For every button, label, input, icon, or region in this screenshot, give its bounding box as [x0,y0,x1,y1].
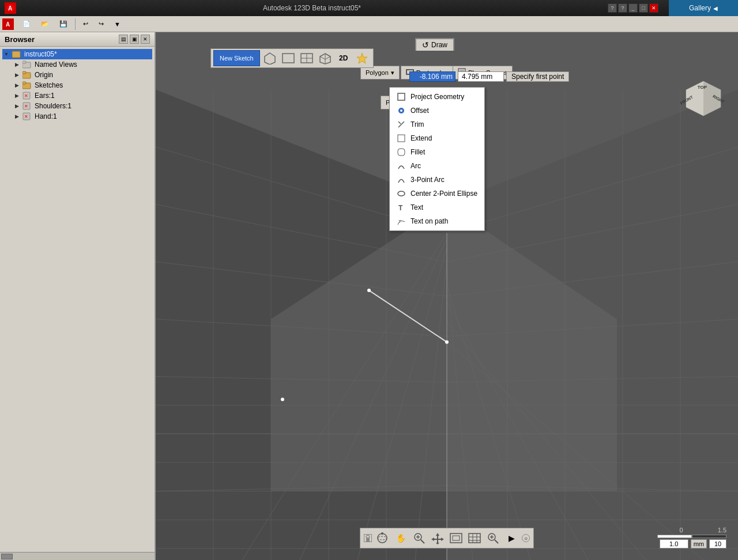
scale-val2: 10 [709,539,726,548]
ears-solid-icon: ✕ [22,92,32,100]
expand-shoulders-icon[interactable]: ▶ [13,102,21,110]
svg-rect-103 [453,536,460,540]
move-button[interactable] [430,530,446,546]
svg-rect-68 [283,54,294,63]
window-restore-button[interactable]: □ [639,3,648,13]
coord-hint: Specify first point [506,71,569,82]
svg-rect-83 [398,149,405,156]
origin-label: Origin [35,71,53,79]
tree-item-shoulders[interactable]: ▶ ✕ Shoulders:1 [2,101,152,111]
expand-sketches-icon[interactable]: ▶ [13,81,21,89]
browser-close-button[interactable]: ✕ [141,35,150,44]
tree-item-ears[interactable]: ▶ ✕ Ears:1 [2,90,152,101]
iso-view-button[interactable] [317,50,334,66]
scrollbar-thumb[interactable] [1,554,13,559]
svg-text:TOP: TOP [698,85,707,90]
offset-label: Offset [411,107,429,115]
main-area: Browser ▤ ▣ ✕ ▼ instruct05* ▶ [0,32,738,560]
redo-button[interactable]: ↪ [95,18,108,31]
zoom-in-button[interactable] [485,530,501,546]
scale-value-input[interactable] [660,539,688,548]
fillet-label: Fillet [411,148,425,156]
hand-label: Hand:1 [35,112,57,120]
tree-item-origin[interactable]: ▶ Origin [2,70,152,80]
root-label: instruct05* [24,50,57,58]
svg-line-98 [421,540,424,543]
viewport[interactable]: ↺ Draw Polygon ▾ Rectangle ▾ Place Canva… [156,32,738,560]
tree-root[interactable]: ▼ instruct05* [2,49,152,59]
window-close-button[interactable]: ✕ [649,3,658,13]
star-view-button[interactable] [353,50,371,66]
new-sketch-button[interactable]: New Sketch [213,50,260,66]
trim-icon [397,120,406,129]
browser-scrollbar[interactable] [0,552,155,560]
2d-button[interactable]: 2D [335,50,352,66]
expand-named-views-icon[interactable]: ▶ [13,60,21,69]
menu-item-trim[interactable]: Trim [390,118,484,131]
scale-seg-black [692,535,726,538]
svg-point-63 [281,398,284,401]
expand-origin-icon[interactable]: ▶ [13,71,21,79]
expand-root-icon[interactable]: ▼ [2,50,10,58]
fit-button[interactable] [448,530,464,546]
grid-display-button[interactable] [466,530,483,546]
tree-item-named-views[interactable]: ▶ Named Views [2,59,152,70]
lock-circle-button[interactable]: ○ [522,534,530,542]
menu-item-project-geometry[interactable]: Project Geometry [390,90,484,104]
text-label: Text [411,203,423,211]
menu-item-offset[interactable]: Offset [390,104,484,118]
more-options-button[interactable]: ▶ [503,530,519,546]
named-views-folder-icon [22,60,32,69]
toolbar-separator-1 [75,18,76,30]
menu-item-text-on-path[interactable]: T Text on path [390,214,484,228]
x-coord-input[interactable] [409,71,455,82]
minimize-button[interactable]: ? [608,3,617,13]
zoom-region-button[interactable] [411,530,427,546]
new-file-button[interactable]: 📄 [18,18,35,31]
browser-icon-grid[interactable]: ▤ [119,35,128,44]
arc-label: Arc [411,162,421,170]
tree-item-hand[interactable]: ▶ ✕ Hand:1 [2,111,152,122]
grid-view-button[interactable] [298,50,315,66]
save-file-button[interactable]: 💾 [55,18,71,31]
expand-ears-icon[interactable]: ▶ [13,92,21,100]
titlebar: A Autodesk 123D Beta instruct05* ? ? _ □… [0,0,738,16]
tree-item-sketches[interactable]: ▶ Sketches [2,80,152,90]
browser-icon-list[interactable]: ▣ [130,35,139,44]
browser-header: Browser ▤ ▣ ✕ [0,32,155,47]
top-toolbar: A 📄 📂 💾 ↩ ↪ ▼ [0,16,738,32]
undo-button[interactable]: ↩ [79,18,92,31]
history-dropdown[interactable]: ▼ [110,18,125,31]
svg-point-94 [378,533,387,543]
expand-hand-icon[interactable]: ▶ [13,112,21,120]
menu-item-arc[interactable]: Arc [390,159,484,173]
svg-line-81 [398,122,401,124]
scale-bar: 0 1.5 mm 10 [657,527,726,548]
orbit-button[interactable] [374,530,390,546]
root-icon [12,50,22,58]
pan-button[interactable]: ✋ [393,530,409,546]
open-file-button[interactable]: 📂 [37,18,53,31]
view-cube[interactable]: TOP FRONT RIGHT [680,78,726,124]
svg-rect-8 [22,71,26,74]
menu-item-extend[interactable]: Extend [390,131,484,145]
menu-item-center-ellipse[interactable]: Center 2-Point Ellipse [390,187,484,200]
svg-rect-4 [12,51,20,58]
menu-item-3point-arc[interactable]: 3-Point Arc [390,173,484,187]
menu-item-text[interactable]: T Text [390,200,484,214]
fillet-icon [397,147,406,157]
front-view-button[interactable] [280,50,297,66]
3d-view-button[interactable] [261,50,278,66]
help-button[interactable]: ? [618,3,627,13]
svg-rect-82 [398,135,405,142]
shoulders-label: Shoulders:1 [35,102,71,110]
text-on-path-label: Text on path [411,217,448,225]
window-minimize-button[interactable]: _ [628,3,638,13]
gallery-label: Gallery [689,4,711,12]
bottom-toolbar: ✋ ▶ ○ [360,528,534,548]
center-ellipse-label: Center 2-Point Ellipse [411,190,477,198]
center-ellipse-icon [397,189,406,198]
gallery-bar[interactable]: Gallery ◀ [669,0,738,16]
menu-item-fillet[interactable]: Fillet [390,145,484,159]
extend-icon [397,134,406,143]
